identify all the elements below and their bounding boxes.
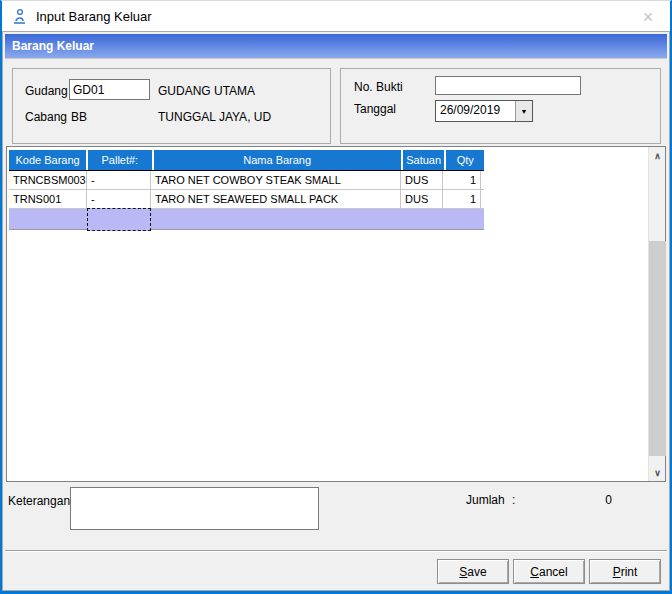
print-accel: P xyxy=(613,565,621,579)
section-header: Barang Keluar xyxy=(5,34,667,59)
cabang-label: Cabang xyxy=(25,110,67,124)
keterangan-textarea[interactable] xyxy=(70,487,319,530)
items-grid: Kode Barang Pallet#: Nama Barang Satuan … xyxy=(9,150,484,230)
divider xyxy=(5,550,667,552)
col-header-pallet: Pallet#: xyxy=(88,150,151,170)
title-bar: Input Barang Keluar × xyxy=(2,1,670,31)
gudang-code-input[interactable] xyxy=(69,79,150,100)
cell-nama[interactable]: TARO NET COWBOY STEAK SMALL xyxy=(151,171,401,189)
cancel-label: ancel xyxy=(539,565,568,579)
save-label: ave xyxy=(467,565,486,579)
tanggal-combobox[interactable]: 26/09/2019 ▼ xyxy=(435,100,533,122)
focused-cell-pallet[interactable] xyxy=(87,208,151,231)
cell-qty[interactable]: 1 xyxy=(443,190,481,208)
print-label: rint xyxy=(621,565,638,579)
new-entry-row[interactable] xyxy=(9,209,484,230)
tanggal-value[interactable]: 26/09/2019 xyxy=(436,101,515,121)
no-bukti-label: No. Bukti xyxy=(354,80,403,94)
grid-header-row: Kode Barang Pallet#: Nama Barang Satuan … xyxy=(9,150,484,171)
close-icon[interactable]: × xyxy=(638,7,658,27)
cancel-button[interactable]: Cancel xyxy=(513,559,585,584)
bukti-groupbox: No. Bukti Tanggal 26/09/2019 ▼ xyxy=(340,68,661,144)
cell-qty[interactable]: 1 xyxy=(443,171,481,189)
scrollbar-thumb[interactable] xyxy=(649,241,666,456)
window-title: Input Barang Keluar xyxy=(36,9,152,24)
col-header-qty: Qty xyxy=(446,150,484,170)
keterangan-label: Keterangan xyxy=(8,494,70,508)
tanggal-label: Tanggal xyxy=(354,102,396,116)
gudang-groupbox: Gudang GUDANG UTAMA Cabang BB TUNGGAL JA… xyxy=(12,68,331,144)
jumlah-value: 0 xyxy=(552,493,612,507)
table-row[interactable]: TRNCBSM003 - TARO NET COWBOY STEAK SMALL… xyxy=(9,171,484,190)
client-area: Barang Keluar Gudang GUDANG UTAMA Cabang… xyxy=(2,31,670,591)
col-header-kode-barang: Kode Barang xyxy=(9,150,86,170)
dialog-window: Input Barang Keluar × Barang Keluar Guda… xyxy=(0,0,672,594)
cabang-code-text: BB xyxy=(71,110,87,124)
print-button[interactable]: Print xyxy=(589,559,661,584)
cell-satuan[interactable]: DUS xyxy=(401,171,443,189)
cell-nama[interactable]: TARO NET SEAWEED SMALL PACK xyxy=(151,190,401,208)
gudang-name-text: GUDANG UTAMA xyxy=(158,84,255,98)
chevron-down-icon[interactable]: ▼ xyxy=(515,101,532,121)
vertical-scrollbar[interactable]: ∧ ∨ xyxy=(648,147,665,481)
jumlah-label: Jumlah xyxy=(466,493,505,507)
cell-kode-empty[interactable] xyxy=(9,209,87,229)
gudang-label: Gudang xyxy=(25,84,68,98)
cell-qty-empty[interactable] xyxy=(443,209,481,229)
col-header-nama-barang: Nama Barang xyxy=(154,150,401,170)
table-row[interactable]: TRNS001 - TARO NET SEAWEED SMALL PACK DU… xyxy=(9,190,484,209)
cell-kode[interactable]: TRNS001 xyxy=(9,190,87,208)
cancel-accel: C xyxy=(530,565,539,579)
scroll-up-icon[interactable]: ∧ xyxy=(649,147,666,164)
items-grid-area: Kode Barang Pallet#: Nama Barang Satuan … xyxy=(6,146,666,482)
cell-kode[interactable]: TRNCBSM003 xyxy=(9,171,87,189)
cabang-name-text: TUNGGAL JAYA, UD xyxy=(158,110,271,124)
no-bukti-input[interactable] xyxy=(435,76,581,95)
scroll-down-icon[interactable]: ∨ xyxy=(649,464,666,481)
app-icon xyxy=(11,8,28,25)
cell-satuan-empty[interactable] xyxy=(401,209,443,229)
jumlah-colon: : xyxy=(512,493,515,507)
cell-pallet[interactable]: - xyxy=(87,190,151,208)
cell-nama-empty[interactable] xyxy=(151,209,401,229)
cell-satuan[interactable]: DUS xyxy=(401,190,443,208)
cell-pallet[interactable]: - xyxy=(87,171,151,189)
col-header-satuan: Satuan xyxy=(403,150,445,170)
save-button[interactable]: Save xyxy=(437,559,509,584)
